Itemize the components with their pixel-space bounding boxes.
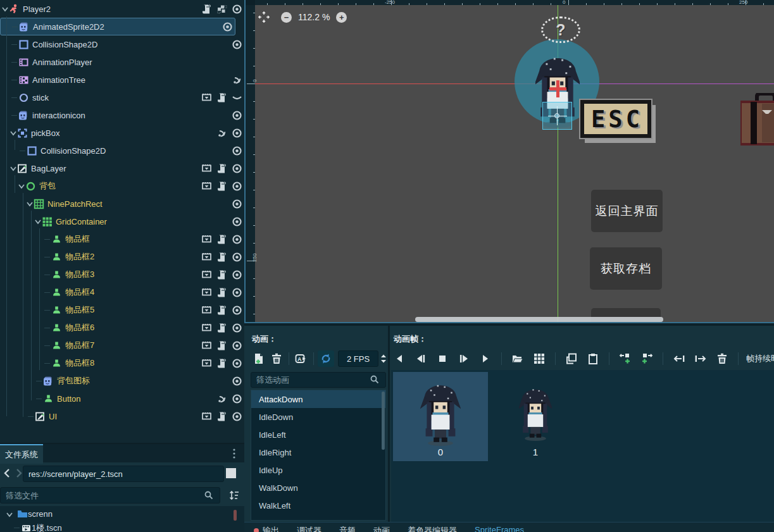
script-icon[interactable] bbox=[214, 409, 229, 423]
scene-node-CollisionShape2D[interactable]: CollisionShape2D bbox=[0, 142, 244, 159]
scene-node-物品框6[interactable]: 物品框6 bbox=[0, 319, 244, 337]
scene-node-BagLayer[interactable]: BagLayer bbox=[0, 159, 244, 177]
chevron-down-icon[interactable] bbox=[1, 6, 9, 12]
animation-item-IdleDown[interactable]: IdleDown bbox=[251, 408, 385, 426]
groups-icon[interactable] bbox=[199, 356, 214, 370]
scene-node-物品框5[interactable]: 物品框5 bbox=[0, 301, 244, 319]
animation-item-WalkDown[interactable]: WalkDown bbox=[251, 479, 385, 497]
scene-node-pickBox[interactable]: pickBox bbox=[0, 124, 244, 142]
frame-tile-1[interactable]: 1 bbox=[488, 372, 583, 461]
eye-icon[interactable] bbox=[229, 285, 244, 299]
scene-node-物品框3[interactable]: 物品框3 bbox=[0, 266, 244, 283]
chevron-down-icon[interactable] bbox=[9, 130, 17, 136]
groups-icon[interactable] bbox=[199, 321, 214, 335]
script-icon[interactable] bbox=[214, 285, 229, 299]
file-row-scene[interactable]: 1楼.tscn bbox=[0, 520, 244, 532]
animation-item-WalkLeft[interactable]: WalkLeft bbox=[251, 497, 385, 514]
bottom-tab-着色器编辑器[interactable]: 着色器编辑器 bbox=[408, 525, 457, 532]
eye-icon[interactable] bbox=[229, 268, 244, 281]
insert-frame-before-button[interactable] bbox=[617, 350, 634, 367]
script-icon[interactable] bbox=[214, 179, 229, 193]
bottom-tab-音频[interactable]: 音频 bbox=[339, 525, 356, 532]
scene-node-物品框8[interactable]: 物品框8 bbox=[0, 354, 244, 372]
2d-viewport[interactable]: ? ESC 返回主界面 获取存档 bbox=[244, 0, 774, 323]
chevron-down-icon[interactable] bbox=[9, 165, 17, 171]
eye-icon[interactable] bbox=[229, 338, 244, 352]
zoom-in-button[interactable]: + bbox=[336, 12, 347, 23]
script-icon[interactable] bbox=[214, 250, 229, 264]
groups-icon[interactable] bbox=[199, 285, 214, 299]
script-icon[interactable] bbox=[214, 161, 229, 175]
eye-icon[interactable] bbox=[229, 144, 244, 158]
eye-icon[interactable] bbox=[229, 232, 244, 246]
groups-icon[interactable] bbox=[199, 232, 214, 246]
script-icon[interactable] bbox=[214, 90, 229, 104]
eye-icon[interactable] bbox=[229, 356, 244, 370]
fps-updown-icon[interactable] bbox=[378, 350, 389, 367]
insert-frame-after-button[interactable] bbox=[639, 350, 655, 367]
bottom-tab-SpriteFrames[interactable]: SpriteFrames bbox=[475, 525, 524, 532]
chevron-down-icon[interactable] bbox=[34, 218, 42, 225]
scene-node-物品框7[interactable]: 物品框7 bbox=[0, 337, 244, 354]
paste-frame-button[interactable] bbox=[585, 350, 601, 367]
groups-icon[interactable] bbox=[199, 250, 214, 264]
scene-node-物品框4[interactable]: 物品框4 bbox=[0, 283, 244, 301]
script-icon[interactable] bbox=[214, 268, 229, 281]
chevron-down-icon[interactable] bbox=[5, 511, 13, 517]
scene-node-Button[interactable]: Button bbox=[0, 390, 244, 407]
scene-node-物品框[interactable]: 物品框 bbox=[0, 230, 244, 248]
filesystem-path-input[interactable] bbox=[23, 466, 224, 482]
eye-icon[interactable] bbox=[229, 161, 244, 175]
filesystem-scrollbar[interactable] bbox=[234, 510, 237, 521]
eye-icon[interactable] bbox=[220, 20, 235, 34]
sort-files-icon[interactable] bbox=[228, 489, 240, 502]
folder-row-screnn[interactable]: screnn bbox=[0, 506, 244, 520]
groups-icon[interactable] bbox=[199, 409, 214, 423]
zoom-out-button[interactable]: − bbox=[281, 12, 292, 23]
groups-icon[interactable] bbox=[199, 268, 214, 281]
get-save-button[interactable]: 获取存档 bbox=[590, 247, 662, 290]
play-backwards-from-end-button[interactable] bbox=[413, 350, 429, 367]
animation-item-IdleUp[interactable]: IdleUp bbox=[251, 461, 385, 479]
tab-filesystem[interactable]: 文件系统 bbox=[0, 444, 43, 464]
autoplay-on-load-button[interactable]: A bbox=[293, 350, 309, 367]
scene-node-背包[interactable]: 背包 bbox=[0, 177, 244, 195]
script-icon[interactable] bbox=[214, 303, 229, 317]
stop-button[interactable] bbox=[434, 350, 451, 367]
scene-node-CollisionShape2D[interactable]: CollisionShape2D bbox=[0, 35, 244, 53]
delete-frame-button[interactable] bbox=[714, 350, 730, 367]
scene-node-stick[interactable]: stick bbox=[0, 89, 244, 106]
scene-node-AnimationTree[interactable]: AnimationTree bbox=[0, 71, 244, 89]
groups-icon[interactable] bbox=[199, 179, 214, 193]
script-icon[interactable] bbox=[214, 338, 229, 352]
eye-icon[interactable] bbox=[229, 303, 244, 317]
scene-node-UI[interactable]: UI bbox=[0, 407, 244, 425]
return-main-menu-button[interactable]: 返回主界面 bbox=[591, 190, 663, 232]
eye-icon[interactable] bbox=[229, 374, 244, 388]
bottom-tab-动画[interactable]: 动画 bbox=[373, 525, 390, 532]
bottom-tab-调试器[interactable]: 调试器 bbox=[297, 525, 321, 532]
scene-node-AnimationPlayer[interactable]: AnimationPlayer bbox=[0, 53, 244, 71]
script-icon[interactable] bbox=[214, 321, 229, 335]
chevron-down-icon[interactable] bbox=[25, 201, 34, 207]
animation-filter-input[interactable] bbox=[251, 372, 386, 388]
file-display-toggle-button[interactable] bbox=[226, 468, 236, 478]
scene-node-AnimatedSprite2D2[interactable]: AnimatedSprite2D2 bbox=[0, 18, 235, 35]
move-frame-right-button[interactable] bbox=[692, 350, 709, 367]
groups-icon[interactable] bbox=[199, 338, 214, 352]
scene-node-interactionicon[interactable]: interactionicon bbox=[0, 106, 244, 124]
animation-list-scrollbar[interactable] bbox=[382, 392, 385, 450]
play-button[interactable] bbox=[477, 350, 494, 367]
eye-icon[interactable] bbox=[229, 197, 244, 211]
eye-icon[interactable] bbox=[229, 214, 244, 228]
scene-node-背包图标[interactable]: 背包图标 bbox=[0, 372, 244, 390]
eye-icon[interactable] bbox=[229, 2, 244, 16]
bottom-tab-输出[interactable]: 输出 bbox=[254, 525, 279, 532]
loop-button[interactable] bbox=[318, 350, 334, 367]
groups-icon[interactable] bbox=[199, 90, 214, 104]
nav-back-icon[interactable] bbox=[3, 467, 13, 479]
signal-icon[interactable] bbox=[214, 126, 229, 140]
viewport-h-scrollbar[interactable] bbox=[415, 317, 663, 322]
scene-node-GridContainer[interactable]: GridContainer bbox=[0, 213, 244, 230]
eye-icon[interactable] bbox=[229, 126, 244, 140]
